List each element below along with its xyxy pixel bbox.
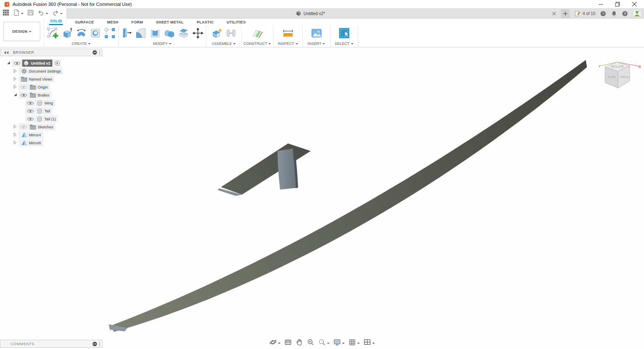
zoom-button[interactable]: [307, 339, 314, 348]
combine-button[interactable]: [163, 28, 176, 40]
pattern-icon: [104, 27, 116, 41]
ribbon-group-insert-menu[interactable]: INSERT: [308, 42, 325, 46]
insert-image-button[interactable]: [310, 28, 323, 40]
ribbon-group-construct-menu[interactable]: CONSTRUCT: [244, 42, 271, 46]
ribbon-group-create-menu[interactable]: CREATE: [72, 42, 91, 46]
tail-vertical-fin[interactable]: [278, 148, 296, 190]
visibility-toggle-icon[interactable]: [20, 93, 27, 98]
measure-button[interactable]: [282, 28, 294, 40]
visibility-toggle-icon[interactable]: [20, 85, 27, 90]
ribbon-group-modify-menu[interactable]: MODIFY: [153, 42, 171, 46]
visibility-toggle-icon[interactable]: [20, 125, 27, 130]
expander-collapsed-icon[interactable]: [13, 125, 17, 130]
expander-expanded-icon[interactable]: [13, 93, 17, 97]
restore-button[interactable]: [615, 2, 621, 7]
fit-button[interactable]: [318, 339, 330, 348]
tree-item-label: Wing: [44, 101, 53, 105]
comments-drag-handle[interactable]: [99, 342, 100, 346]
press-pull-button[interactable]: [120, 28, 133, 40]
tree-row-bodies[interactable]: Bodies: [0, 91, 102, 99]
dropdown-caret-icon: [357, 343, 360, 345]
tree-row-named-views[interactable]: Named Views: [0, 75, 102, 83]
file-new-button[interactable]: [13, 9, 23, 18]
visibility-toggle-icon[interactable]: [13, 61, 21, 66]
joint-button[interactable]: [225, 28, 237, 40]
dropdown-caret-icon: [46, 13, 48, 16]
orbit-button[interactable]: [269, 339, 280, 348]
undo-button[interactable]: [38, 9, 48, 18]
expander-expanded-icon[interactable]: [7, 61, 10, 65]
look-at-button[interactable]: [284, 339, 292, 348]
job-status-button[interactable]: 4 of 10: [574, 10, 595, 17]
comments-panel[interactable]: COMMENTS: [0, 340, 102, 348]
grid-settings-button[interactable]: [348, 339, 360, 348]
tree-row-tail-1[interactable]: Tail (1): [0, 115, 102, 123]
file-new-icon: [13, 9, 20, 18]
ribbon-group-assemble-menu[interactable]: ASSEMBLE: [212, 42, 236, 46]
panel-minimize-icon[interactable]: [92, 50, 97, 55]
revolve-button[interactable]: [75, 28, 88, 40]
viewport-3d[interactable]: BROWSER Untitled v2Document SettingsName…: [0, 47, 644, 349]
extension-manager-button[interactable]: [600, 10, 606, 17]
expander-collapsed-icon[interactable]: [13, 85, 17, 90]
visibility-toggle-icon[interactable]: [27, 109, 34, 114]
visibility-toggle-icon[interactable]: [27, 117, 34, 122]
expander-collapsed-icon[interactable]: [13, 69, 17, 74]
ribbon-group-select-menu[interactable]: SELECT: [335, 42, 353, 46]
shell-button[interactable]: [149, 28, 161, 40]
new-component-button[interactable]: [210, 28, 223, 40]
select-button[interactable]: [338, 28, 351, 40]
ribbon-tab-form[interactable]: FORM: [130, 20, 144, 25]
ribbon-tab-surface[interactable]: SURFACE: [74, 20, 95, 25]
close-document-tab-button[interactable]: [552, 11, 556, 16]
tree-row-mirror4[interactable]: Mirror4: [0, 131, 102, 139]
expander-collapsed-icon[interactable]: [13, 133, 17, 138]
create-sketch-button[interactable]: [47, 28, 59, 40]
ribbon-tab-mesh[interactable]: MESH: [106, 20, 119, 25]
expander-collapsed-icon[interactable]: [13, 141, 17, 146]
workspace-selector[interactable]: DESIGN: [3, 22, 40, 41]
user-avatar[interactable]: [633, 9, 641, 18]
apps-grid-button[interactable]: [3, 9, 9, 18]
fillet-button[interactable]: [135, 28, 147, 40]
ribbon-tab-plastic[interactable]: PLASTIC: [196, 20, 215, 25]
expander-collapsed-icon[interactable]: [13, 77, 17, 82]
tree-row-untitled-v2[interactable]: Untitled v2: [0, 59, 102, 67]
pattern-button[interactable]: [104, 28, 116, 40]
display-settings-button[interactable]: [333, 339, 345, 348]
viewports-button[interactable]: [364, 339, 375, 348]
tree-row-wing[interactable]: Wing: [0, 99, 102, 107]
help-button[interactable]: ?: [622, 10, 628, 17]
new-document-tab-button[interactable]: [561, 9, 570, 18]
extrude-button[interactable]: [61, 28, 73, 40]
pan-button[interactable]: [296, 339, 303, 348]
collapse-panel-icon[interactable]: [4, 51, 9, 55]
redo-button[interactable]: [52, 9, 62, 18]
tree-row-mirror8[interactable]: Mirror8: [0, 139, 102, 147]
minimize-button[interactable]: [598, 2, 604, 7]
close-button[interactable]: [631, 2, 637, 7]
view-cube[interactable]: Y X BOTTOM BACK RIGHT: [598, 53, 641, 92]
save-button[interactable]: [27, 9, 34, 18]
ribbon-tab-sheet-metal[interactable]: SHEET METAL: [155, 20, 184, 25]
tree-row-tail[interactable]: Tail: [0, 107, 102, 115]
ribbon-group-inspect-menu[interactable]: INSPECT: [278, 42, 298, 46]
notifications-button[interactable]: [611, 10, 617, 17]
panel-drag-handle[interactable]: [99, 50, 100, 55]
grid-settings-icon: [348, 339, 356, 348]
wing-body[interactable]: [110, 60, 587, 332]
tree-row-origin[interactable]: Origin: [0, 83, 102, 91]
comments-minimize-icon[interactable]: [92, 341, 97, 346]
construction-plane-button[interactable]: [251, 28, 264, 40]
visibility-toggle-icon[interactable]: [27, 101, 34, 106]
split-body-button[interactable]: [177, 28, 190, 40]
ribbon-tab-solid[interactable]: SOLID: [49, 19, 63, 25]
hole-button[interactable]: [89, 28, 102, 40]
activate-component-radio[interactable]: [53, 60, 61, 67]
document-tab[interactable]: Untitled v2*: [296, 9, 325, 18]
move-button[interactable]: [192, 28, 204, 40]
tree-row-document-settings[interactable]: Document Settings: [0, 67, 102, 75]
tree-row-sketches[interactable]: Sketches: [0, 123, 102, 131]
ribbon-tab-utilities[interactable]: UTILITIES: [226, 20, 247, 25]
workspace-label: DESIGN: [12, 29, 27, 34]
